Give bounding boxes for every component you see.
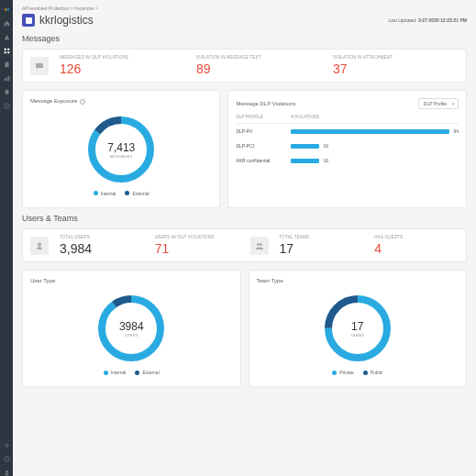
legend: InternalExternal <box>94 191 149 196</box>
page-title: kkrlogistics <box>39 14 94 27</box>
metric-attachment-violations: VIOLATION IN ATTACHMENT 37 <box>329 55 462 76</box>
svg-rect-6 <box>5 61 8 67</box>
table-header: DLP PROFILE # VIOLATIONS <box>236 115 459 124</box>
alert-icon[interactable] <box>3 33 10 40</box>
main-content: API-enabled Protection > Instances > kkr… <box>13 0 476 476</box>
svg-point-11 <box>6 444 8 447</box>
metric-dlp-violations: MESSAGES W/ DLP VIOLATIONS 126 <box>56 55 189 76</box>
svg-rect-2 <box>4 48 6 50</box>
messages-metrics: MESSAGES W/ DLP VIOLATIONS 126 VIOLATION… <box>22 49 467 83</box>
card-title-text: Message Exposure <box>30 98 77 104</box>
clock-icon[interactable] <box>3 102 10 109</box>
metric-value: 71 <box>155 241 239 256</box>
metric-users-violations: USERS W/ DLP VIOLATIONS 71 <box>151 235 243 256</box>
card-header: Message Exposurei <box>30 98 212 105</box>
metric-label: TOTAL TEAMS <box>280 235 364 239</box>
metric-value: 89 <box>196 61 322 76</box>
sidebar: ? <box>0 0 13 476</box>
metric-total-teams: TOTAL TEAMS 17 <box>276 235 368 256</box>
donut-wrap: 17TEAMS PrivatePublic <box>257 289 459 379</box>
svg-rect-8 <box>6 77 6 81</box>
card-header: Message DLP Violations DLP Profile <box>236 98 459 109</box>
last-updated-label: Last Updated: <box>388 17 416 23</box>
metric-text-violations: VIOLATION IN MESSAGE TEXT 89 <box>193 55 326 76</box>
donut-wrap: 7,413MESSAGES InternalExternal <box>30 110 212 200</box>
team-type-donut: 17TEAMS <box>322 293 393 364</box>
apps-icon[interactable] <box>3 47 10 54</box>
header-row: kkrlogistics Last Updated: 3-27-2020 12:… <box>22 14 467 27</box>
metric-label: TOTAL USERS <box>60 235 144 239</box>
users-metrics: TOTAL USERS 3,984 USERS W/ DLP VIOLATION… <box>22 228 467 262</box>
svg-point-14 <box>6 470 8 473</box>
user-type-donut: 3984USERS <box>95 293 167 364</box>
svg-rect-9 <box>7 75 8 81</box>
svg-rect-3 <box>7 48 9 50</box>
col-header: # VIOLATIONS <box>291 115 318 119</box>
legend: InternalExternal <box>104 370 160 375</box>
legend: PrivatePublic <box>332 370 382 375</box>
user-icon <box>30 237 49 255</box>
metric-has-guests: HAS GUESTS 4 <box>371 235 462 256</box>
last-updated-value: 3-27-2020 12:23:21 PM <box>418 17 467 23</box>
chart-icon[interactable] <box>3 74 10 82</box>
metric-value: 37 <box>333 61 459 76</box>
message-exposure-card: Message Exposurei 7,413MESSAGES Internal… <box>22 90 220 208</box>
legend-item: External <box>125 191 149 196</box>
exposure-donut: 7,413MESSAGES <box>85 114 157 185</box>
metric-label: USERS W/ DLP VIOLATIONS <box>155 235 239 239</box>
legend-item: Private <box>332 370 354 375</box>
svg-text:?: ? <box>6 457 7 460</box>
help-icon[interactable]: ? <box>3 455 10 462</box>
metric-label: VIOLATION IN ATTACHMENT <box>333 55 459 60</box>
card-header: Team Type <box>257 278 459 283</box>
users-cards: User Type 3984USERS InternalExternal Tea… <box>22 270 467 387</box>
card-title: Message Exposurei <box>30 98 85 105</box>
logo-icon[interactable] <box>3 6 10 13</box>
card-title: User Type <box>30 278 55 283</box>
info-icon[interactable]: i <box>80 99 85 105</box>
metric-value: 126 <box>60 61 185 76</box>
dlp-profile-select[interactable]: DLP Profile <box>418 98 459 109</box>
metric-value: 4 <box>374 241 459 256</box>
metric-label: HAS GUESTS <box>374 235 459 239</box>
svg-rect-15 <box>36 63 43 68</box>
metric-label: MESSAGES W/ DLP VIOLATIONS <box>60 55 185 60</box>
messages-section-title: Messages <box>22 34 467 43</box>
message-icon <box>30 57 49 75</box>
table-body: DLP-PII94DLP-PCI16KKR confidential16 <box>236 124 459 168</box>
home-icon[interactable] <box>3 19 10 27</box>
title-group: kkrlogistics <box>22 14 94 27</box>
card-header: User Type <box>30 278 233 283</box>
table-row: KKR confidential16 <box>236 153 459 168</box>
metric-value: 17 <box>280 241 364 256</box>
svg-point-20 <box>260 243 262 246</box>
policy-icon[interactable] <box>3 61 10 68</box>
legend-item: Internal <box>104 370 127 375</box>
messages-cards: Message Exposurei 7,413MESSAGES Internal… <box>22 90 467 208</box>
legend-item: Public <box>363 370 383 375</box>
svg-point-18 <box>38 242 41 246</box>
gear-icon[interactable] <box>3 441 10 448</box>
metric-value: 3,984 <box>60 241 144 256</box>
svg-rect-5 <box>7 51 9 53</box>
team-type-card: Team Type 17TEAMS PrivatePublic <box>249 270 468 387</box>
legend-item: External <box>135 370 159 375</box>
dlp-violations-card: Message DLP Violations DLP Profile DLP P… <box>227 90 467 208</box>
team-icon <box>250 237 269 255</box>
card-title: Message DLP Violations <box>236 101 295 106</box>
card-title: Team Type <box>257 278 283 283</box>
last-updated: Last Updated: 3-27-2020 12:23:21 PM <box>388 17 467 23</box>
table-row: DLP-PII94 <box>236 124 459 138</box>
user-type-card: User Type 3984USERS InternalExternal <box>22 270 241 387</box>
svg-point-0 <box>4 8 6 11</box>
col-header: DLP PROFILE <box>236 115 291 119</box>
svg-point-19 <box>257 243 260 246</box>
breadcrumb[interactable]: API-enabled Protection > Instances > <box>22 6 467 11</box>
legend-item: Internal <box>94 191 116 196</box>
users-section-title: Users & Teams <box>22 214 467 223</box>
svg-rect-4 <box>4 51 6 53</box>
app-root: ? API-enabled Protection > Instances > k… <box>0 0 476 476</box>
shield-icon[interactable] <box>3 88 10 95</box>
ms-teams-icon <box>22 14 35 27</box>
user-icon[interactable] <box>3 469 10 476</box>
